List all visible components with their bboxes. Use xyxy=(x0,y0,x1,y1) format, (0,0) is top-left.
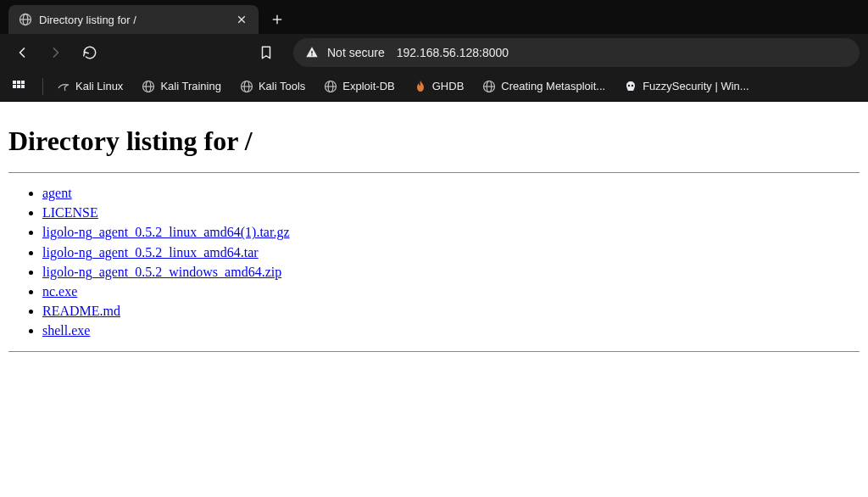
list-item: nc.exe xyxy=(42,282,860,301)
reload-button[interactable] xyxy=(76,39,103,66)
file-link[interactable]: ligolo-ng_agent_0.5.2_windows_amd64.zip xyxy=(42,265,281,279)
tab-bar: Directory listing for / xyxy=(0,0,868,34)
file-link[interactable]: ligolo-ng_agent_0.5.2_linux_amd64.tar xyxy=(42,245,259,260)
list-item: shell.exe xyxy=(42,321,860,340)
globe-icon xyxy=(482,80,496,93)
globe-icon xyxy=(240,80,253,93)
globe-icon xyxy=(142,80,155,93)
svg-rect-12 xyxy=(13,85,16,88)
svg-point-28 xyxy=(632,84,633,86)
page-content: Directory listing for / agentLICENSEligo… xyxy=(0,102,868,367)
bookmark-item[interactable]: Kali Tools xyxy=(240,80,305,93)
file-link[interactable]: nc.exe xyxy=(42,284,77,299)
svg-rect-10 xyxy=(17,81,20,84)
svg-rect-13 xyxy=(17,85,20,88)
bookmark-label: Creating Metasploit... xyxy=(501,80,605,92)
svg-rect-7 xyxy=(311,51,312,53)
bookmark-item[interactable]: Kali Training xyxy=(142,80,221,93)
list-item: agent xyxy=(42,183,860,203)
forward-button[interactable] xyxy=(42,39,70,66)
list-item: ligolo-ng_agent_0.5.2_windows_amd64.zip xyxy=(42,262,860,282)
file-link[interactable]: shell.exe xyxy=(42,323,90,338)
back-button[interactable] xyxy=(8,39,36,66)
file-link[interactable]: README.md xyxy=(42,304,120,318)
bookmark-button[interactable] xyxy=(253,39,280,66)
file-link[interactable]: LICENSE xyxy=(42,205,98,220)
browser-tab[interactable]: Directory listing for / xyxy=(8,5,259,34)
toolbar: Not secure 192.168.56.128:8000 xyxy=(0,34,868,71)
bookmark-label: GHDB xyxy=(432,80,465,92)
bookmark-label: FuzzySecurity | Win... xyxy=(643,80,748,92)
address-bar[interactable]: Not secure 192.168.56.128:8000 xyxy=(293,38,860,67)
skull-icon xyxy=(624,80,637,93)
bookmark-label: Kali Tools xyxy=(259,80,305,92)
list-item: LICENSE xyxy=(42,203,860,222)
fire-icon xyxy=(414,80,427,93)
svg-rect-11 xyxy=(21,81,25,84)
bookmarks-bar: Kali LinuxKali TrainingKali ToolsExploit… xyxy=(0,71,868,102)
kali-icon xyxy=(57,80,70,93)
bookmark-label: Exploit-DB xyxy=(342,80,394,92)
bookmark-item[interactable]: Exploit-DB xyxy=(324,80,394,93)
divider xyxy=(8,172,860,173)
bookmark-item[interactable]: GHDB xyxy=(414,80,465,93)
tab-title: Directory listing for / xyxy=(39,14,228,26)
bookmark-item[interactable]: Creating Metasploit... xyxy=(482,80,605,93)
separator xyxy=(42,78,43,95)
bookmark-label: Kali Linux xyxy=(75,80,123,92)
svg-rect-8 xyxy=(311,54,312,55)
warning-icon xyxy=(305,46,319,59)
new-tab-button[interactable] xyxy=(265,8,289,31)
page-title: Directory listing for / xyxy=(8,126,860,157)
svg-point-27 xyxy=(628,84,630,86)
apps-button[interactable] xyxy=(8,76,29,97)
globe-icon xyxy=(324,80,337,93)
bookmark-item[interactable]: Kali Linux xyxy=(57,80,123,93)
url-text: 192.168.56.128:8000 xyxy=(397,46,509,59)
close-icon[interactable] xyxy=(235,13,248,26)
list-item: README.md xyxy=(42,301,860,321)
bookmark-label: Kali Training xyxy=(160,80,221,92)
svg-rect-9 xyxy=(13,81,16,84)
bookmark-item[interactable]: FuzzySecurity | Win... xyxy=(624,80,748,93)
not-secure-label: Not secure xyxy=(327,46,385,59)
svg-rect-14 xyxy=(21,85,25,88)
globe-icon xyxy=(19,13,32,26)
list-item: ligolo-ng_agent_0.5.2_linux_amd64(1).tar… xyxy=(42,222,860,242)
file-list: agentLICENSEligolo-ng_agent_0.5.2_linux_… xyxy=(8,183,860,341)
file-link[interactable]: agent xyxy=(42,186,72,200)
file-link[interactable]: ligolo-ng_agent_0.5.2_linux_amd64(1).tar… xyxy=(42,225,290,239)
list-item: ligolo-ng_agent_0.5.2_linux_amd64.tar xyxy=(42,243,860,262)
divider xyxy=(8,351,860,352)
